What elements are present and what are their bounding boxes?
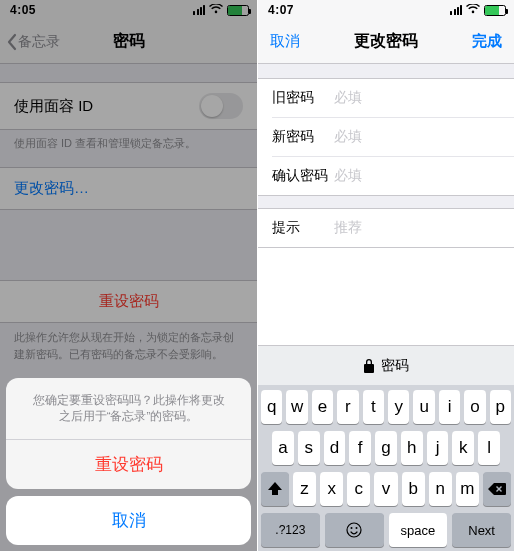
- key-t[interactable]: t: [363, 390, 384, 424]
- key-row-3: z x c v b n m: [261, 472, 511, 506]
- status-time: 4:07: [268, 3, 294, 17]
- key-f[interactable]: f: [349, 431, 371, 465]
- key-s[interactable]: s: [298, 431, 320, 465]
- next-key[interactable]: Next: [452, 513, 511, 547]
- key-i[interactable]: i: [439, 390, 460, 424]
- nav-bar: 取消 更改密码 完成: [258, 20, 514, 64]
- key-m[interactable]: m: [456, 472, 479, 506]
- key-icon: [363, 359, 375, 373]
- key-l[interactable]: l: [478, 431, 500, 465]
- signal-icon: [450, 5, 462, 15]
- emoji-key[interactable]: [325, 513, 384, 547]
- svg-point-0: [347, 523, 361, 537]
- backspace-icon: [488, 483, 506, 495]
- key-u[interactable]: u: [413, 390, 434, 424]
- shift-key[interactable]: [261, 472, 289, 506]
- left-phone: 4:05 备忘录 密码 使用面容 ID 使用面容 ID 查看和管理锁定备忘录。 …: [0, 0, 257, 551]
- key-n[interactable]: n: [429, 472, 452, 506]
- key-row-1: q w e r t y u i o p: [261, 390, 511, 424]
- hint-placeholder: 推荐: [334, 219, 362, 237]
- key-h[interactable]: h: [401, 431, 423, 465]
- cancel-button[interactable]: 取消: [270, 32, 300, 51]
- key-w[interactable]: w: [286, 390, 307, 424]
- confirm-password-row[interactable]: 确认密码 必填: [272, 156, 514, 195]
- key-j[interactable]: j: [427, 431, 449, 465]
- nav-title: 更改密码: [354, 31, 418, 52]
- wifi-icon: [466, 4, 480, 16]
- key-a[interactable]: a: [272, 431, 294, 465]
- key-r[interactable]: r: [337, 390, 358, 424]
- key-x[interactable]: x: [320, 472, 343, 506]
- svg-point-1: [351, 527, 353, 529]
- sheet-reset-button[interactable]: 重设密码: [6, 440, 251, 489]
- key-k[interactable]: k: [452, 431, 474, 465]
- emoji-icon: [346, 522, 362, 538]
- action-sheet: 您确定要重设密码吗？此操作将更改之后用于“备忘录”的密码。 重设密码 取消: [6, 378, 251, 545]
- old-password-row[interactable]: 旧密码 必填: [258, 79, 514, 117]
- key-row-2: a s d f g h j k l: [261, 431, 511, 465]
- battery-icon: [484, 5, 506, 16]
- old-password-placeholder: 必填: [334, 89, 362, 107]
- new-password-placeholder: 必填: [334, 128, 362, 146]
- key-p[interactable]: p: [490, 390, 511, 424]
- key-row-4: .?123 space Next: [261, 513, 511, 547]
- key-d[interactable]: d: [324, 431, 346, 465]
- hint-label: 提示: [272, 219, 334, 237]
- backspace-key[interactable]: [483, 472, 511, 506]
- shift-icon: [267, 482, 283, 496]
- sheet-cancel-button[interactable]: 取消: [6, 496, 251, 545]
- key-g[interactable]: g: [375, 431, 397, 465]
- key-q[interactable]: q: [261, 390, 282, 424]
- numbers-key[interactable]: .?123: [261, 513, 320, 547]
- key-o[interactable]: o: [464, 390, 485, 424]
- password-form: 旧密码 必填 新密码 必填 确认密码 必填: [258, 78, 514, 196]
- right-phone: 4:07 取消 更改密码 完成 旧密码 必填 新密码 必填: [257, 0, 514, 551]
- hint-row[interactable]: 提示 推荐: [258, 209, 514, 247]
- space-key[interactable]: space: [389, 513, 448, 547]
- key-c[interactable]: c: [347, 472, 370, 506]
- keyboard: 密码 q w e r t y u i o p a s d: [258, 345, 514, 551]
- confirm-password-placeholder: 必填: [334, 167, 362, 185]
- autofill-label: 密码: [381, 357, 409, 375]
- new-password-row[interactable]: 新密码 必填: [272, 117, 514, 156]
- key-z[interactable]: z: [293, 472, 316, 506]
- autofill-bar[interactable]: 密码: [258, 345, 514, 385]
- svg-point-2: [356, 527, 358, 529]
- key-y[interactable]: y: [388, 390, 409, 424]
- status-bar: 4:07: [258, 0, 514, 20]
- done-button[interactable]: 完成: [472, 32, 502, 51]
- confirm-password-label: 确认密码: [272, 167, 334, 185]
- old-password-label: 旧密码: [272, 89, 334, 107]
- sheet-message: 您确定要重设密码吗？此操作将更改之后用于“备忘录”的密码。: [6, 378, 251, 440]
- key-e[interactable]: e: [312, 390, 333, 424]
- key-b[interactable]: b: [402, 472, 425, 506]
- key-v[interactable]: v: [374, 472, 397, 506]
- new-password-label: 新密码: [272, 128, 334, 146]
